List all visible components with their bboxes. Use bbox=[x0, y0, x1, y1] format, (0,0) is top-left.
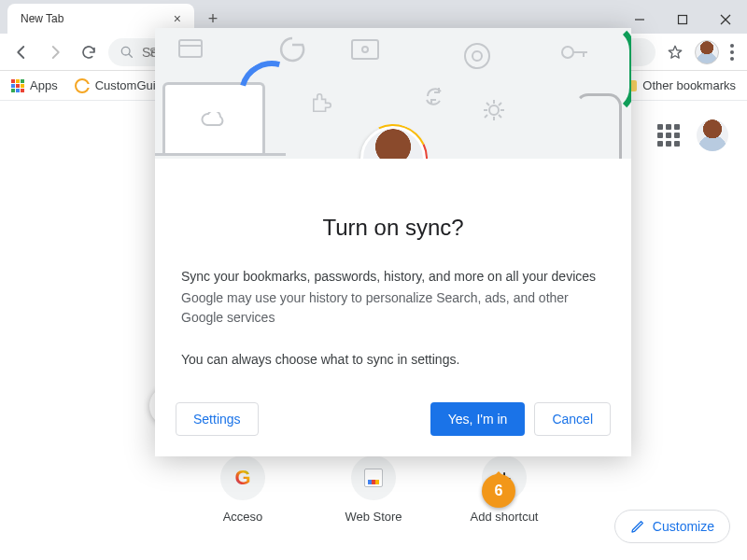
sync-dialog: Turn on sync? Sync your bookmarks, passw… bbox=[155, 28, 631, 456]
reload-button[interactable] bbox=[75, 38, 103, 66]
shortcut-label: Acceso bbox=[223, 510, 263, 524]
cloud-icon bbox=[200, 112, 228, 127]
google-apps-icon[interactable] bbox=[657, 124, 680, 147]
svg-rect-10 bbox=[352, 40, 378, 59]
svg-point-11 bbox=[362, 47, 368, 52]
back-button[interactable] bbox=[7, 38, 35, 66]
customize-button[interactable]: Customize bbox=[614, 510, 730, 543]
ntp-header bbox=[657, 119, 728, 151]
tab-title: New Tab bbox=[21, 12, 170, 25]
account-avatar[interactable] bbox=[697, 119, 728, 151]
pencil-icon bbox=[630, 519, 645, 534]
customguide-icon bbox=[75, 78, 90, 93]
dialog-text-1: Sync your bookmarks, passwords, history,… bbox=[181, 267, 605, 287]
dialog-body: Turn on sync? Sync your bookmarks, passw… bbox=[155, 159, 631, 385]
shortcut-acceso[interactable]: G Acceso bbox=[196, 455, 289, 524]
sync-icon bbox=[423, 84, 447, 108]
dialog-text-2: Google may use your history to personali… bbox=[181, 288, 605, 328]
svg-point-13 bbox=[472, 51, 482, 61]
google-g-icon: G bbox=[220, 455, 265, 500]
dialog-note: You can always choose what to sync in se… bbox=[181, 352, 605, 367]
customize-label: Customize bbox=[653, 519, 714, 534]
profile-avatar-button[interactable] bbox=[695, 40, 719, 64]
chrome-logo-outline-icon bbox=[463, 42, 491, 70]
apps-bookmark-label: Apps bbox=[30, 78, 58, 92]
card-icon bbox=[178, 39, 203, 58]
step-number: 6 bbox=[495, 483, 503, 499]
web-store-icon bbox=[351, 455, 396, 500]
close-window-button[interactable] bbox=[704, 6, 747, 34]
svg-rect-1 bbox=[679, 16, 687, 24]
other-bookmarks-label: Other bookmarks bbox=[642, 78, 736, 92]
apps-grid-icon bbox=[11, 79, 24, 92]
shortcut-web-store[interactable]: Web Store bbox=[327, 455, 420, 524]
bookmark-star-icon[interactable] bbox=[661, 38, 689, 66]
extension-icon bbox=[309, 93, 335, 119]
svg-rect-8 bbox=[179, 40, 202, 57]
maximize-button[interactable] bbox=[661, 6, 704, 34]
yes-button-label: Yes, I'm in bbox=[448, 412, 508, 427]
ticket-icon bbox=[351, 39, 379, 60]
settings-button-label: Settings bbox=[193, 412, 241, 427]
google-g-outline-icon bbox=[278, 35, 306, 63]
apps-bookmark[interactable]: Apps bbox=[11, 78, 58, 92]
svg-point-14 bbox=[562, 47, 573, 58]
chrome-menu-button[interactable] bbox=[725, 38, 740, 66]
svg-point-17 bbox=[489, 105, 499, 115]
other-bookmarks-folder[interactable]: Other bookmarks bbox=[622, 78, 736, 92]
yes-im-in-button[interactable]: Yes, I'm in bbox=[430, 402, 526, 436]
window-controls bbox=[618, 6, 747, 34]
shortcut-label: Web Store bbox=[345, 510, 402, 524]
svg-line-5 bbox=[129, 54, 132, 57]
dialog-profile-avatar bbox=[360, 126, 426, 159]
svg-point-12 bbox=[465, 44, 489, 68]
close-tab-icon[interactable]: × bbox=[170, 11, 185, 26]
search-icon bbox=[120, 45, 134, 60]
dialog-actions: Settings Yes, I'm in Cancel bbox=[155, 385, 631, 456]
cancel-button-label: Cancel bbox=[552, 412, 593, 427]
dialog-hero bbox=[155, 28, 631, 159]
forward-button[interactable] bbox=[41, 38, 69, 66]
key-icon bbox=[561, 45, 589, 60]
cancel-button[interactable]: Cancel bbox=[534, 402, 611, 436]
gear-icon bbox=[482, 98, 506, 122]
shortcut-label: Add shortcut bbox=[471, 510, 539, 524]
step-callout: 6 bbox=[482, 474, 515, 508]
settings-button[interactable]: Settings bbox=[176, 402, 259, 436]
dialog-title: Turn on sync? bbox=[181, 215, 605, 241]
